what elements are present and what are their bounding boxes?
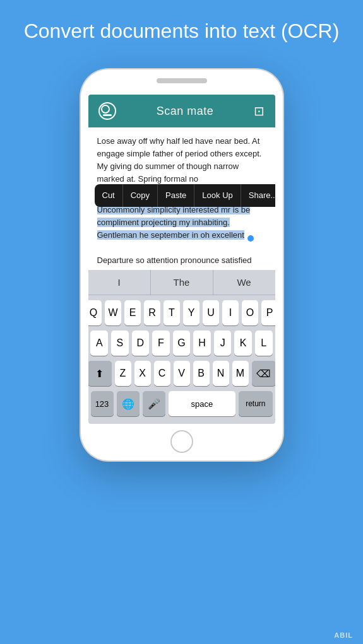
key-o[interactable]: O — [242, 300, 258, 325]
key-u[interactable]: U — [203, 300, 219, 325]
context-menu-lookup[interactable]: Look Up — [194, 184, 241, 207]
key-d[interactable]: D — [132, 331, 150, 356]
key-t[interactable]: T — [164, 300, 180, 325]
key-i[interactable]: I — [222, 300, 239, 325]
key-k[interactable]: K — [234, 331, 252, 356]
key-s[interactable]: S — [111, 331, 129, 356]
key-m[interactable]: M — [232, 361, 249, 386]
key-shift[interactable]: ⬆ — [88, 361, 112, 386]
camera-icon[interactable]: ⊡ — [254, 103, 265, 119]
context-menu-share[interactable]: Share... — [241, 184, 275, 207]
context-menu-cut[interactable]: Cut — [95, 184, 123, 207]
key-return[interactable]: return — [239, 391, 272, 416]
key-b[interactable]: B — [193, 361, 210, 386]
key-delete[interactable]: ⌫ — [252, 361, 275, 386]
context-menu-copy[interactable]: Copy — [123, 184, 158, 207]
cursor-handle-right — [247, 235, 254, 242]
selected-text-main[interactable]: Uncommonly simplicity interested mr is b… — [97, 205, 251, 240]
autocomplete-we[interactable]: We — [213, 270, 275, 295]
autocomplete-i[interactable]: I — [88, 270, 151, 295]
app-title: Scan mate — [157, 105, 214, 118]
key-x[interactable]: X — [134, 361, 151, 386]
key-q[interactable]: Q — [88, 300, 102, 325]
key-n[interactable]: N — [213, 361, 229, 386]
key-c[interactable]: C — [154, 361, 170, 386]
keyboard-area: I The We Q W E R T Y U I O P — [88, 270, 275, 424]
watermark: ABIL — [334, 631, 353, 639]
context-menu: Cut Copy Paste Look Up Share... — [95, 184, 275, 207]
keyboard-rows: Q W E R T Y U I O P A S D F G — [88, 295, 275, 424]
key-v[interactable]: V — [174, 361, 190, 386]
key-globe[interactable]: 🌐 — [117, 391, 140, 416]
page-title: Convert documents into text (OCR) — [0, 0, 363, 56]
key-l[interactable]: L — [255, 331, 273, 356]
keyboard-row-3: ⬆ Z X C V B N M ⌫ — [91, 361, 273, 386]
phone-mockup: Scan mate ⊡ Lose away off why half led h… — [81, 69, 283, 460]
key-z[interactable]: Z — [115, 361, 131, 386]
key-numbers[interactable]: 123 — [91, 391, 114, 416]
key-r[interactable]: R — [144, 300, 160, 325]
phone-home-button — [170, 430, 193, 453]
key-y[interactable]: Y — [183, 300, 199, 325]
paragraph-1: Lose away off why half led have near bed… — [97, 135, 266, 186]
key-p[interactable]: P — [261, 300, 275, 325]
app-logo-icon — [98, 102, 116, 120]
keyboard-row-1: Q W E R T Y U I O P — [91, 300, 273, 325]
context-menu-paste[interactable]: Paste — [158, 184, 194, 207]
key-f[interactable]: F — [152, 331, 170, 356]
autocomplete-bar: I The We — [88, 270, 275, 295]
key-h[interactable]: H — [193, 331, 211, 356]
app-header: Scan mate ⊡ — [88, 95, 275, 127]
keyboard-row-2: A S D F G H J K L — [91, 331, 273, 356]
key-space[interactable]: space — [169, 391, 236, 416]
key-a[interactable]: A — [90, 331, 108, 356]
phone-speaker — [157, 78, 207, 83]
key-g[interactable]: G — [173, 331, 191, 356]
key-j[interactable]: J — [214, 331, 232, 356]
phone-screen: Scan mate ⊡ Lose away off why half led h… — [88, 95, 275, 424]
key-microphone[interactable]: 🎤 — [143, 391, 165, 416]
key-w[interactable]: W — [105, 300, 121, 325]
keyboard-row-4: 123 🌐 🎤 space return — [91, 391, 273, 416]
key-e[interactable]: E — [124, 300, 141, 325]
autocomplete-the[interactable]: The — [151, 270, 213, 295]
